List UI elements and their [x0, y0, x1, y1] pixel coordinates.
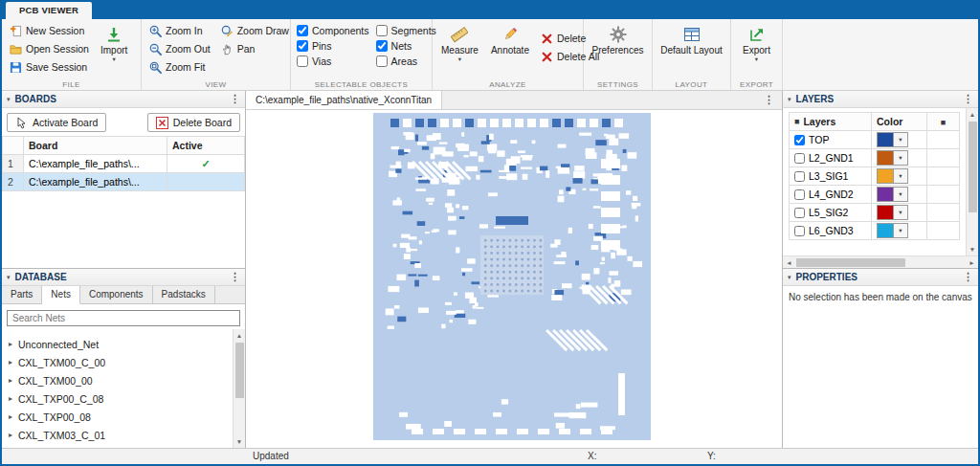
layers-menu-icon[interactable]: ⋮: [963, 93, 973, 105]
layer-l4-checkbox[interactable]: [794, 189, 805, 200]
layer-l5-checkbox[interactable]: [794, 208, 805, 218]
expand-icon[interactable]: ▸: [9, 412, 12, 421]
segments-checkbox[interactable]: [376, 25, 388, 36]
layers-horizontal-scrollbar[interactable]: ◄ ►: [783, 255, 978, 268]
scroll-down-icon[interactable]: ▼: [234, 435, 246, 448]
color-dropdown-icon[interactable]: ▾: [893, 151, 907, 165]
activate-board-button[interactable]: Activate Board: [7, 113, 106, 132]
boards-menu-icon[interactable]: ⋮: [230, 93, 240, 105]
zoom-out-button[interactable]: Zoom Out: [147, 41, 212, 56]
pins-checkbox-row[interactable]: Pins: [297, 40, 369, 52]
pcb-board[interactable]: [373, 113, 651, 440]
board-row-1[interactable]: 1 C:\example_file_paths\... ✓: [3, 155, 245, 173]
board-row-2[interactable]: 2 C:\example_file_paths\...: [3, 173, 245, 191]
net-list-item[interactable]: ▸CXL_TXP00_08: [2, 408, 233, 426]
components-checkbox-row[interactable]: Components: [297, 25, 369, 36]
layer-top-checkbox[interactable]: [794, 135, 805, 145]
scroll-thumb[interactable]: [969, 122, 977, 212]
vias-checkbox-row[interactable]: Vias: [297, 55, 369, 67]
scroll-thumb[interactable]: [235, 343, 244, 398]
delete-board-button[interactable]: Delete Board: [147, 113, 240, 132]
expand-icon[interactable]: ▸: [9, 431, 12, 439]
layer-top-swatch[interactable]: [878, 133, 893, 146]
layer-l4-swatch[interactable]: [878, 188, 893, 201]
color-dropdown-icon[interactable]: ▾: [893, 169, 907, 183]
layer-row-l3-sig1[interactable]: L3_SIG1 ▾: [790, 167, 960, 186]
layer-l3-checkbox[interactable]: [794, 171, 805, 182]
zoom-fit-button[interactable]: Zoom Fit: [147, 59, 212, 75]
scroll-up-icon[interactable]: ▲: [967, 108, 979, 121]
scroll-up-icon[interactable]: ▲: [234, 329, 246, 342]
layer-row-top[interactable]: TOP ▾: [790, 131, 960, 149]
layer-row-l5-sig2[interactable]: L5_SIG2 ▾: [790, 204, 960, 222]
expand-icon[interactable]: ▸: [9, 376, 12, 385]
boards-collapse-icon[interactable]: ▾: [7, 96, 11, 103]
layers-collapse-icon[interactable]: ▾: [788, 96, 791, 103]
segments-checkbox-row[interactable]: Segments: [376, 25, 436, 36]
layer-l3-swatch[interactable]: [878, 169, 893, 183]
net-list-item[interactable]: ▸CXL_TXM00_00: [2, 371, 233, 389]
scroll-left-icon[interactable]: ◄: [783, 259, 795, 266]
properties-collapse-icon[interactable]: ▾: [788, 274, 791, 281]
layer-top-color-control[interactable]: ▾: [877, 132, 908, 147]
layer-row-l2-gnd1[interactable]: L2_GND1 ▾: [790, 149, 960, 167]
new-session-button[interactable]: New Session: [8, 23, 91, 38]
tab-pcb-viewer[interactable]: PCB VIEWER: [6, 2, 92, 19]
layer-l2-checkbox[interactable]: [794, 153, 805, 164]
tab-padstacks[interactable]: Padstacks: [153, 286, 215, 303]
areas-checkbox[interactable]: [376, 55, 388, 67]
net-list-item[interactable]: ▸Unconnected_Net: [2, 335, 233, 353]
color-dropdown-icon[interactable]: ▾: [893, 224, 907, 237]
layer-l6-color-control[interactable]: ▾: [877, 223, 908, 238]
areas-checkbox-row[interactable]: Areas: [376, 55, 436, 67]
net-list-item[interactable]: ▸CXL_TXM00_C_00: [2, 353, 233, 371]
default-layout-button[interactable]: Default Layout: [657, 23, 725, 77]
layer-l5-swatch[interactable]: [878, 206, 893, 219]
scroll-right-icon[interactable]: ►: [966, 259, 978, 266]
database-collapse-icon[interactable]: ▾: [7, 274, 11, 281]
nets-checkbox-row[interactable]: Nets: [376, 40, 436, 52]
measure-button[interactable]: Measure ▾: [438, 23, 481, 77]
database-menu-icon[interactable]: ⋮: [230, 271, 240, 283]
net-list-item[interactable]: ▸CXL_TXP00_C_08: [2, 389, 233, 408]
layer-l3-color-control[interactable]: ▾: [877, 168, 908, 184]
search-nets-input[interactable]: [7, 310, 240, 326]
preferences-button[interactable]: Preferences: [590, 23, 647, 77]
layer-l6-checkbox[interactable]: [794, 226, 805, 236]
annotate-button[interactable]: Annotate: [488, 23, 532, 77]
layer-l5-color-control[interactable]: ▾: [877, 205, 908, 220]
scroll-down-icon[interactable]: ▼: [967, 243, 979, 255]
color-dropdown-icon[interactable]: ▾: [893, 206, 907, 219]
tab-components[interactable]: Components: [80, 286, 153, 303]
scroll-thumb[interactable]: [796, 258, 905, 267]
zoom-draw-button[interactable]: Zoom Draw: [219, 23, 291, 38]
layer-l2-color-control[interactable]: ▾: [877, 150, 908, 166]
layer-l2-swatch[interactable]: [878, 151, 893, 165]
save-session-button[interactable]: Save Session: [8, 59, 91, 75]
document-tab[interactable]: C:\example_file_paths\native_XconnTitan: [246, 91, 442, 109]
expand-icon[interactable]: ▸: [9, 394, 12, 403]
tab-parts[interactable]: Parts: [2, 286, 42, 303]
pcb-canvas[interactable]: [246, 110, 782, 448]
layer-row-l6-gnd3[interactable]: L6_GND3 ▾: [790, 222, 960, 240]
components-checkbox[interactable]: [297, 25, 308, 36]
vias-checkbox[interactable]: [297, 55, 308, 67]
layer-l4-color-control[interactable]: ▾: [877, 187, 908, 202]
expand-icon[interactable]: ▸: [9, 340, 12, 348]
color-dropdown-icon[interactable]: ▾: [893, 133, 907, 146]
document-tabbar-menu-icon[interactable]: ⋮: [756, 91, 782, 109]
nets-list-scrollbar[interactable]: ▲ ▼: [233, 329, 245, 448]
layer-l6-swatch[interactable]: [878, 224, 893, 237]
color-dropdown-icon[interactable]: ▾: [893, 188, 907, 201]
zoom-in-button[interactable]: Zoom In: [147, 23, 212, 38]
open-session-button[interactable]: Open Session: [8, 41, 91, 56]
pan-button[interactable]: Pan: [219, 41, 291, 56]
layers-vertical-scrollbar[interactable]: ▲ ▼: [966, 108, 978, 255]
export-button[interactable]: Export ▾: [740, 23, 773, 77]
pins-checkbox[interactable]: [297, 40, 308, 52]
net-list-item[interactable]: ▸CXL_TXM03_C_01: [2, 426, 233, 444]
tab-nets[interactable]: Nets: [42, 286, 80, 304]
nets-checkbox[interactable]: [376, 40, 388, 52]
layer-row-l4-gnd2[interactable]: L4_GND2 ▾: [790, 186, 960, 204]
import-button[interactable]: Import ▾: [98, 23, 130, 77]
